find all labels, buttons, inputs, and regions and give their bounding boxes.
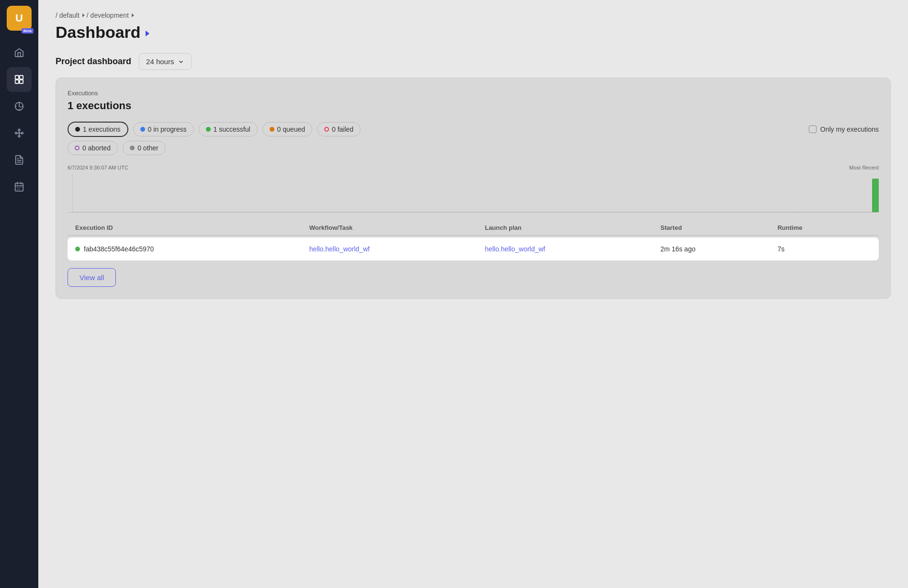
filter-in-progress-dot bbox=[140, 127, 145, 132]
sidebar-item-tasks[interactable] bbox=[7, 94, 32, 119]
time-filter-chevron-icon bbox=[178, 58, 184, 65]
cell-started: 2m 16s ago bbox=[660, 245, 777, 253]
svg-rect-1 bbox=[20, 76, 23, 79]
svg-rect-0 bbox=[15, 76, 19, 79]
executions-count: 1 executions bbox=[68, 100, 879, 112]
breadcrumb: / default / development bbox=[56, 11, 891, 19]
home-icon bbox=[14, 47, 24, 58]
main-content: / default / development Dashboard Projec… bbox=[38, 0, 908, 588]
filter-queued-dot bbox=[270, 127, 274, 132]
sidebar-item-dashboard[interactable] bbox=[7, 67, 32, 92]
filter-successful-label: 1 successful bbox=[214, 125, 250, 133]
sidebar-item-schedules[interactable] bbox=[7, 174, 32, 199]
schedules-icon bbox=[14, 181, 24, 192]
breadcrumb-default[interactable]: / default bbox=[56, 11, 85, 19]
only-mine-checkbox[interactable] bbox=[809, 125, 817, 133]
sidebar-logo[interactable]: U Beta bbox=[7, 6, 32, 31]
filter-all-dot bbox=[75, 127, 80, 132]
launch-plan-link[interactable]: hello.hello_world_wf bbox=[485, 245, 545, 253]
section-header: Project dashboard 24 hours bbox=[56, 53, 891, 70]
sidebar-item-workflows[interactable] bbox=[7, 121, 32, 146]
executions-chart: 6/7/2024 9:36:07 AM UTC Most Recent bbox=[68, 165, 879, 213]
sidebar-nav bbox=[0, 40, 38, 199]
only-my-executions-toggle[interactable]: Only my executions bbox=[809, 125, 879, 133]
logo-text: U bbox=[15, 12, 23, 24]
svg-rect-2 bbox=[15, 80, 19, 83]
svg-rect-12 bbox=[15, 183, 23, 192]
header: / default / development Dashboard bbox=[38, 0, 908, 49]
svg-rect-3 bbox=[20, 80, 23, 83]
col-runtime: Runtime bbox=[777, 224, 871, 231]
executions-card: Executions 1 executions 1 executions 0 i… bbox=[56, 78, 891, 299]
sidebar-item-documents[interactable] bbox=[7, 147, 32, 172]
filter-aborted-dot bbox=[75, 146, 79, 150]
chart-bar-container bbox=[872, 174, 879, 212]
execution-id-value: fab438c55f64e46c5970 bbox=[84, 245, 154, 253]
filter-in-progress[interactable]: 0 in progress bbox=[133, 122, 194, 136]
filter-aborted-label: 0 aborted bbox=[82, 144, 111, 152]
status-dot-green bbox=[75, 247, 80, 251]
filter-queued-label: 0 queued bbox=[277, 125, 305, 133]
chart-vertical-dashed-line bbox=[72, 174, 73, 212]
executions-table: Execution ID Workflow/Task Launch plan S… bbox=[68, 220, 879, 260]
table-header: Execution ID Workflow/Task Launch plan S… bbox=[68, 220, 879, 236]
chart-dashed-line bbox=[72, 212, 872, 212]
cell-execution-id: fab438c55f64e46c5970 bbox=[75, 245, 309, 253]
col-workflow-task: Workflow/Task bbox=[309, 224, 485, 231]
executions-label: Executions bbox=[68, 90, 879, 97]
cell-runtime: 7s bbox=[777, 245, 871, 253]
breadcrumb-default-chevron bbox=[82, 13, 85, 17]
page-title: Dashboard bbox=[56, 23, 891, 42]
filter-all-label: 1 executions bbox=[83, 125, 121, 133]
runtime-value: 7s bbox=[777, 245, 784, 253]
filter-failed-label: 0 failed bbox=[332, 125, 353, 133]
filter-aborted[interactable]: 0 aborted bbox=[68, 141, 118, 155]
page-title-text: Dashboard bbox=[56, 23, 141, 42]
filter-successful[interactable]: 1 successful bbox=[199, 122, 258, 136]
workflow-link[interactable]: hello.hello_world_wf bbox=[309, 245, 370, 253]
section-title: Project dashboard bbox=[56, 57, 131, 67]
beta-badge: Beta bbox=[22, 28, 34, 34]
col-launch-plan: Launch plan bbox=[485, 224, 660, 231]
filter-successful-dot bbox=[206, 127, 211, 132]
filter-other-label: 0 other bbox=[137, 144, 159, 152]
breadcrumb-development[interactable]: / development bbox=[87, 11, 134, 19]
workflows-icon bbox=[14, 128, 24, 138]
cell-launch-plan: hello.hello_world_wf bbox=[485, 245, 660, 253]
filters-row-1: 1 executions 0 in progress 1 successful … bbox=[68, 122, 879, 137]
dashboard-content: Project dashboard 24 hours Executions 1 … bbox=[38, 49, 908, 316]
breadcrumb-development-chevron bbox=[132, 13, 134, 17]
filter-failed[interactable]: 0 failed bbox=[317, 122, 361, 136]
breadcrumb-default-text: / default bbox=[56, 11, 79, 19]
only-mine-label: Only my executions bbox=[820, 125, 879, 133]
cell-workflow: hello.hello_world_wf bbox=[309, 245, 485, 253]
col-execution-id: Execution ID bbox=[75, 224, 309, 231]
sidebar: U Beta bbox=[0, 0, 38, 588]
page-title-chevron[interactable] bbox=[146, 31, 149, 36]
dashboard-icon bbox=[14, 74, 24, 85]
breadcrumb-development-text: / development bbox=[87, 11, 129, 19]
filter-failed-dot bbox=[324, 127, 329, 132]
time-filter-select[interactable]: 24 hours bbox=[139, 53, 192, 70]
col-started: Started bbox=[660, 224, 777, 231]
started-value: 2m 16s ago bbox=[660, 245, 695, 253]
filters-row-2: 0 aborted 0 other bbox=[68, 141, 879, 155]
time-filter-value: 24 hours bbox=[146, 57, 174, 66]
filter-in-progress-label: 0 in progress bbox=[148, 125, 187, 133]
tasks-icon bbox=[14, 101, 24, 112]
filter-other[interactable]: 0 other bbox=[123, 141, 166, 155]
chart-bar bbox=[872, 179, 879, 212]
chart-most-recent: Most Recent bbox=[849, 165, 879, 170]
view-all-button[interactable]: View all bbox=[68, 268, 116, 287]
chart-timestamp: 6/7/2024 9:36:07 AM UTC bbox=[68, 165, 128, 170]
table-row[interactable]: fab438c55f64e46c5970 hello.hello_world_w… bbox=[68, 237, 879, 260]
filter-other-dot bbox=[130, 146, 135, 150]
documents-icon bbox=[14, 155, 24, 165]
filter-queued[interactable]: 0 queued bbox=[262, 122, 312, 136]
filter-all-executions[interactable]: 1 executions bbox=[68, 122, 128, 137]
sidebar-item-home[interactable] bbox=[7, 40, 32, 65]
